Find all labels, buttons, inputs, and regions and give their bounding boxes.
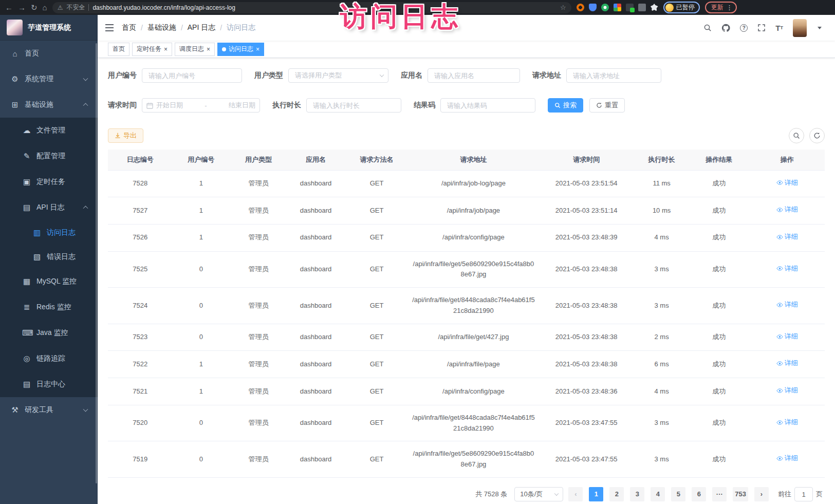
detail-link[interactable]: 详细 <box>776 178 798 189</box>
page-button-6[interactable]: 6 <box>692 487 706 501</box>
breadcrumb-home[interactable]: 首页 <box>122 23 136 32</box>
tab-access-log[interactable]: 访问日志 × <box>217 43 264 56</box>
sidebar-item-error-log[interactable]: ▧ 错误日志 <box>0 245 98 269</box>
sidebar-item-scheduled-jobs[interactable]: ▣ 定时任务 <box>0 169 98 195</box>
user-type-select[interactable]: 请选择用户类型 <box>288 68 388 83</box>
sidebar-item-home[interactable]: ⌂ 首页 <box>0 41 98 66</box>
filter-result-code: 结果码 <box>414 98 535 113</box>
detail-link[interactable]: 详细 <box>776 232 798 242</box>
sidebar-item-config-manage[interactable]: ✎ 配置管理 <box>0 143 98 169</box>
page-size-select[interactable]: 10条/页 <box>514 487 563 501</box>
app-logo-area[interactable]: 芋道管理系统 <box>0 15 98 41</box>
detail-link[interactable]: 详细 <box>776 300 798 310</box>
url-text[interactable]: dashboard.yudao.iocoder.cn/infra/log/api… <box>92 4 556 11</box>
forward-icon[interactable]: → <box>18 4 26 11</box>
user-avatar[interactable] <box>793 19 807 37</box>
toggle-search-button[interactable] <box>789 128 804 143</box>
extension-icon-ghost[interactable] <box>638 4 646 11</box>
header-search-icon[interactable] <box>703 24 712 32</box>
browser-menu-icon[interactable]: ⋮ <box>727 4 733 11</box>
goto-page-input[interactable] <box>794 487 813 501</box>
page-button-3[interactable]: 3 <box>630 487 644 501</box>
hamburger-icon[interactable] <box>105 24 114 31</box>
cell-duration: 3 ms <box>635 251 689 288</box>
table-settings <box>789 128 825 143</box>
sidebar-item-label: MySQL 监控 <box>36 277 77 286</box>
refresh-table-button[interactable] <box>809 128 825 143</box>
sidebar-item-java-monitor[interactable]: ⌨ Java 监控 <box>0 320 98 346</box>
result-code-input[interactable] <box>440 98 535 113</box>
detail-link[interactable]: 详细 <box>776 417 798 428</box>
detail-link[interactable]: 详细 <box>776 453 798 464</box>
extension-icon-green[interactable] <box>601 4 609 11</box>
reset-button[interactable]: 重置 <box>589 98 625 113</box>
font-size-icon[interactable]: TT <box>775 24 783 32</box>
extension-icon-star[interactable] <box>651 4 658 11</box>
search-button[interactable]: 搜索 <box>548 98 583 113</box>
prev-page-button[interactable]: ‹ <box>568 487 583 501</box>
sidebar-item-mysql-monitor[interactable]: ▦ MySQL 监控 <box>0 269 98 294</box>
request-url-input[interactable] <box>566 68 661 83</box>
bookmark-star-icon[interactable]: ☆ <box>560 4 566 11</box>
sidebar-item-log-center[interactable]: ▤ 日志中心 <box>0 371 98 397</box>
page-button-4[interactable]: 4 <box>651 487 665 501</box>
page-button-5[interactable]: 5 <box>671 487 685 501</box>
sidebar-item-file-manage[interactable]: ☁ 文件管理 <box>0 118 98 143</box>
user-menu-caret-icon[interactable] <box>818 27 822 29</box>
export-button[interactable]: 导出 <box>108 128 143 143</box>
close-icon[interactable]: × <box>164 46 168 52</box>
fullscreen-icon[interactable] <box>757 24 766 32</box>
more-pages-button[interactable]: ··· <box>712 487 727 501</box>
extension-icon-orange[interactable] <box>577 4 584 11</box>
page-button-2[interactable]: 2 <box>609 487 624 501</box>
tab-dispatch-log[interactable]: 调度日志 × <box>175 43 215 56</box>
navbar-actions: ? TT <box>703 19 822 37</box>
sidebar-item-api-log[interactable]: ▤ API 日志 <box>0 195 98 220</box>
extension-icon-grid[interactable] <box>614 4 621 11</box>
cell-result: 成功 <box>689 405 750 441</box>
filter-user-type: 用户类型 请选择用户类型 <box>254 68 388 83</box>
github-icon[interactable] <box>721 24 730 32</box>
help-icon[interactable]: ? <box>740 24 748 32</box>
duration-input[interactable] <box>306 98 401 113</box>
tab-home[interactable]: 首页 <box>108 43 129 56</box>
page-button-1[interactable]: 1 <box>589 487 603 501</box>
reload-icon[interactable]: ↻ <box>31 4 38 11</box>
sidebar-item-trace[interactable]: ◎ 链路追踪 <box>0 346 98 371</box>
address-bar[interactable]: ⚠ 不安全 dashboard.yudao.iocoder.cn/infra/l… <box>52 2 571 13</box>
user-id-input[interactable] <box>142 68 242 83</box>
detail-link[interactable]: 详细 <box>776 358 798 369</box>
close-icon[interactable]: × <box>256 46 259 52</box>
page-size-value: 10条/页 <box>520 490 543 499</box>
breadcrumb-infra: 基础设施 <box>147 23 176 32</box>
sidebar-item-system[interactable]: ⚙ 系统管理 <box>0 66 98 92</box>
not-secure-label[interactable]: 不安全 <box>66 3 85 12</box>
cell-actions: 详细 <box>749 441 825 478</box>
browser-profile-chip[interactable]: 已暂停 <box>663 2 700 13</box>
sidebar-item-infrastructure[interactable]: ⊞ 基础设施 <box>0 92 98 118</box>
detail-link[interactable]: 详细 <box>776 264 798 274</box>
extension-icon-shield[interactable] <box>589 4 597 11</box>
sidebar-item-redis-monitor[interactable]: ≣ Redis 监控 <box>0 294 98 320</box>
next-page-button[interactable]: › <box>754 487 769 501</box>
app-name-input[interactable] <box>428 68 520 83</box>
monitor-icon: ⌨ <box>22 328 31 338</box>
detail-link[interactable]: 详细 <box>776 331 798 342</box>
tab-scheduled-jobs[interactable]: 定时任务 × <box>132 43 172 56</box>
browser-update-button[interactable]: 更新 ⋮ <box>705 2 737 13</box>
date-range-picker[interactable]: 开始日期 - 结束日期 <box>142 98 260 113</box>
cell-method: GET <box>344 170 409 197</box>
detail-link[interactable]: 详细 <box>776 204 798 215</box>
browser-home-icon[interactable]: ⌂ <box>43 4 47 11</box>
back-icon[interactable]: ← <box>5 4 13 11</box>
sidebar-item-access-log[interactable]: ▥ 访问日志 <box>0 220 98 245</box>
sidebar-item-label: 基础设施 <box>25 100 53 109</box>
cell-result: 成功 <box>689 441 750 478</box>
sidebar-item-dev-tools[interactable]: ⚒ 研发工具 <box>0 397 98 423</box>
extension-icon-dark-badge[interactable] <box>626 4 634 11</box>
close-icon[interactable]: × <box>207 46 210 52</box>
tags-view-bar: 首页 定时任务 × 调度日志 × 访问日志 × <box>98 41 835 58</box>
page-button-753[interactable]: 753 <box>733 487 748 501</box>
detail-link[interactable]: 详细 <box>776 385 798 396</box>
col-request-url: 请求地址 <box>409 150 538 170</box>
